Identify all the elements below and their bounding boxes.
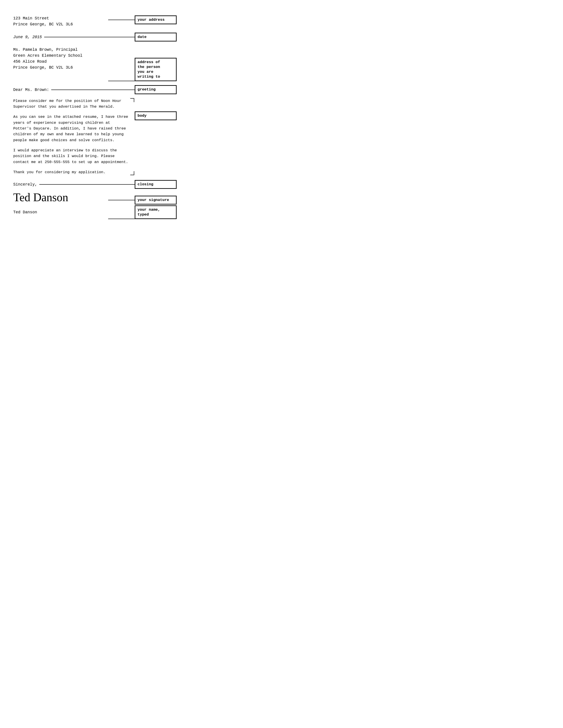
recipient-section: Ms. Pamela Brown, Principal Green Acres … bbox=[13, 47, 177, 81]
date-label: date bbox=[135, 33, 177, 41]
recipient-label-area: address of the person you are writing to bbox=[108, 47, 177, 81]
typed-name-section: Ted Danson your name, typed bbox=[13, 205, 177, 219]
body-label-area: body bbox=[135, 98, 177, 120]
recipient-line3: 456 Alice Road bbox=[13, 59, 104, 65]
signature-connector-line bbox=[108, 200, 135, 200]
body-para4: Thank you for considering my application… bbox=[13, 169, 130, 175]
sender-address: 123 Main Street Prince George, BC V2L 3L… bbox=[13, 15, 104, 27]
closing-connector-line bbox=[39, 184, 135, 185]
recipient-line1: Ms. Pamela Brown, Principal bbox=[13, 47, 104, 53]
page: 123 Main Street Prince George, BC V2L 3L… bbox=[13, 15, 177, 219]
greeting-label-area: greeting bbox=[51, 85, 177, 94]
your-address-label-area: your address bbox=[108, 15, 177, 24]
greeting-section: Dear Ms. Brown: greeting bbox=[13, 85, 177, 94]
your-address-label: your address bbox=[135, 15, 177, 24]
signature-text: Ted Danson bbox=[13, 191, 108, 204]
sender-address-line2: Prince George, BC V2L 3L6 bbox=[13, 21, 104, 27]
date-section: June 9, 2015 date bbox=[13, 33, 177, 41]
signature-section: Ted Danson your signature bbox=[13, 191, 177, 204]
body-bracket-bottom bbox=[130, 171, 134, 175]
address-of-person-label: address of the person you are writing to bbox=[135, 58, 177, 81]
recipient-line4: Prince George, BC V2L 3L6 bbox=[13, 65, 104, 71]
body-bracket bbox=[130, 98, 135, 175]
greeting-label: greeting bbox=[135, 85, 177, 94]
sender-address-section: 123 Main Street Prince George, BC V2L 3L… bbox=[13, 15, 177, 27]
signature-label-area: your signature bbox=[108, 196, 177, 205]
sender-address-line1: 123 Main Street bbox=[13, 15, 104, 21]
greeting-connector-line bbox=[51, 90, 135, 90]
date-connector-line bbox=[44, 37, 135, 37]
closing-label: closing bbox=[135, 180, 177, 189]
body-para1: Please consider me for the position of N… bbox=[13, 98, 130, 110]
typed-name-text: Ted Danson bbox=[13, 210, 108, 214]
greeting-text: Dear Ms. Brown: bbox=[13, 88, 49, 92]
address-connector-line bbox=[108, 20, 135, 20]
recipient-address: Ms. Pamela Brown, Principal Green Acres … bbox=[13, 47, 104, 71]
closing-label-area: closing bbox=[39, 180, 177, 189]
body-label: body bbox=[135, 111, 177, 120]
date-label-area: date bbox=[44, 33, 177, 41]
date-text: June 9, 2015 bbox=[13, 35, 42, 39]
your-signature-label: your signature bbox=[135, 196, 177, 205]
your-name-typed-label: your name, typed bbox=[135, 205, 177, 219]
typed-name-connector-line bbox=[108, 219, 135, 219]
body-section: Please consider me for the position of N… bbox=[13, 98, 177, 175]
body-para2: As you can see in the attached resume, I… bbox=[13, 114, 130, 143]
body-para3: I would appreciate an interview to discu… bbox=[13, 148, 130, 165]
body-text: Please consider me for the position of N… bbox=[13, 98, 130, 175]
recipient-connector-line bbox=[108, 81, 135, 81]
closing-text: Sincerely, bbox=[13, 182, 37, 187]
closing-section: Sincerely, closing bbox=[13, 180, 177, 189]
body-bracket-top bbox=[130, 98, 134, 102]
typed-name-label-area: your name, typed bbox=[108, 205, 177, 219]
recipient-line2: Green Acres Elementary School bbox=[13, 53, 104, 59]
